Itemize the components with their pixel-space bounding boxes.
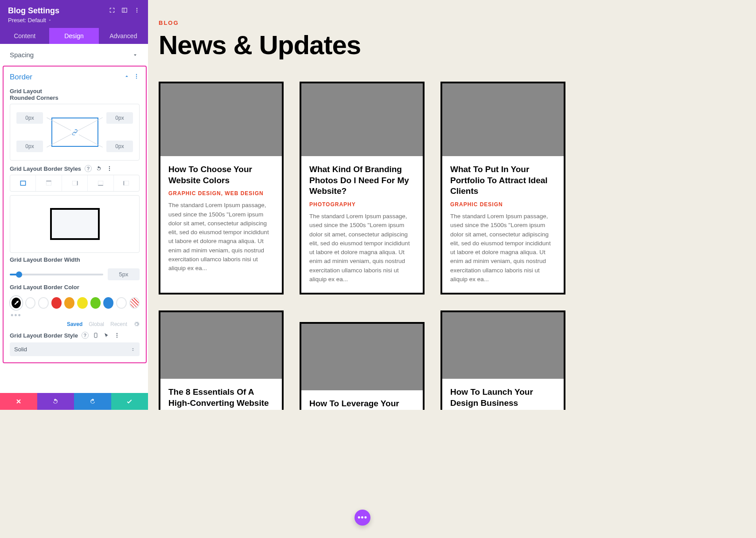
svg-point-10 xyxy=(109,170,110,171)
svg-point-3 xyxy=(136,9,137,10)
hover-icon[interactable] xyxy=(103,332,110,339)
card-image xyxy=(301,83,423,156)
card-category: PHOTOGRAPHY xyxy=(309,201,415,208)
section-border: Border Grid Layout Rounded Corners Grid … xyxy=(3,66,147,363)
preset-label: Preset: Default xyxy=(8,17,46,24)
edge-right[interactable] xyxy=(62,175,88,191)
card-category: GRAPHIC DESIGN xyxy=(450,201,556,208)
swatch-none[interactable] xyxy=(129,297,140,309)
corner-br-input[interactable] xyxy=(106,141,133,152)
blog-card[interactable]: The 8 Essentials Of A High-Converting We… xyxy=(159,310,284,410)
edge-top[interactable] xyxy=(36,175,62,191)
tab-advanced[interactable]: Advanced xyxy=(99,28,148,44)
help-icon[interactable]: ? xyxy=(82,332,89,339)
more-icon[interactable] xyxy=(134,7,140,15)
svg-point-4 xyxy=(136,11,137,12)
swatch[interactable] xyxy=(64,297,74,309)
blog-card[interactable]: How To Launch Your Design Business xyxy=(440,310,565,410)
palette-tabs: Saved Global Recent xyxy=(10,321,140,327)
preset-dropdown[interactable]: Preset: Default xyxy=(8,17,140,24)
settings-sidebar: Blog Settings Preset: Default Content De… xyxy=(0,0,148,410)
more-icon[interactable] xyxy=(133,73,140,81)
undo-button[interactable] xyxy=(37,393,74,410)
edge-bottom[interactable] xyxy=(88,175,113,191)
svg-rect-0 xyxy=(122,8,127,12)
chevron-down-icon xyxy=(132,52,138,58)
save-button[interactable] xyxy=(111,393,148,410)
corner-tl-input[interactable] xyxy=(16,112,43,124)
palette-saved[interactable]: Saved xyxy=(67,321,82,327)
page-eyebrow: BLOG xyxy=(159,20,565,26)
more-icon[interactable] xyxy=(106,165,113,172)
page-preview: BLOG News & Updates How To Choose Your W… xyxy=(148,0,576,410)
border-style-value: Solid xyxy=(14,346,27,353)
blog-card[interactable]: How To Choose Your Website Colors GRAPHI… xyxy=(159,82,284,295)
sidebar-tabs: Content Design Advanced xyxy=(0,28,148,44)
redo-button[interactable] xyxy=(74,393,111,410)
tab-content[interactable]: Content xyxy=(0,28,49,44)
card-image xyxy=(160,83,282,156)
svg-rect-12 xyxy=(47,181,51,185)
chevron-up-icon[interactable] xyxy=(124,73,130,81)
border-color-label: Grid Layout Border Color xyxy=(4,280,146,293)
border-width-label: Grid Layout Border Width xyxy=(4,253,146,266)
rounded-corners-control xyxy=(10,104,140,161)
more-swatches[interactable]: ••• xyxy=(11,311,146,320)
blog-card[interactable]: What Kind Of Branding Photos Do I Need F… xyxy=(300,82,425,295)
section-spacing[interactable]: Spacing xyxy=(0,44,148,66)
blog-card[interactable]: What To Put In Your Portfolio To Attract… xyxy=(440,82,565,295)
tab-design[interactable]: Design xyxy=(49,28,98,44)
more-icon[interactable] xyxy=(113,332,121,339)
link-corners-toggle[interactable] xyxy=(51,118,98,147)
eyedropper-icon xyxy=(13,300,19,306)
sidebar-footer xyxy=(0,393,148,410)
swatch[interactable] xyxy=(90,297,101,309)
card-excerpt: The standard Lorem Ipsum passage, used s… xyxy=(309,212,415,284)
corner-tr-input[interactable] xyxy=(106,112,133,124)
swatch[interactable] xyxy=(38,297,48,309)
expand-icon[interactable] xyxy=(109,7,115,15)
swatch[interactable] xyxy=(116,297,126,309)
border-title[interactable]: Border xyxy=(10,73,32,82)
chevron-down-icon xyxy=(48,18,52,22)
cancel-button[interactable] xyxy=(0,393,37,410)
gear-icon[interactable] xyxy=(133,321,140,327)
card-image xyxy=(442,312,564,379)
border-styles-label: Grid Layout Border Styles xyxy=(10,165,81,172)
card-image xyxy=(301,324,423,390)
card-title: What To Put In Your Portfolio To Attract… xyxy=(450,164,556,197)
corner-bl-input[interactable] xyxy=(16,141,43,152)
border-style-select[interactable]: Solid xyxy=(10,342,140,356)
edge-all[interactable] xyxy=(10,175,36,191)
reset-icon[interactable] xyxy=(95,165,102,172)
card-title: How To Leverage Your xyxy=(309,398,415,409)
svg-point-23 xyxy=(117,337,117,338)
svg-point-21 xyxy=(117,333,117,334)
svg-rect-16 xyxy=(98,181,103,185)
swatch[interactable] xyxy=(25,297,35,309)
card-image xyxy=(160,312,282,379)
border-preview xyxy=(10,195,140,253)
border-style-label: Grid Layout Border Style xyxy=(10,332,78,339)
palette-global[interactable]: Global xyxy=(89,321,104,327)
palette-recent[interactable]: Recent xyxy=(110,321,127,327)
page-headline: News & Updates xyxy=(159,30,565,60)
swatch[interactable] xyxy=(51,297,62,309)
phone-icon[interactable] xyxy=(92,332,99,339)
rounded-corners-label: Grid Layout Rounded Corners xyxy=(4,84,66,104)
svg-rect-20 xyxy=(94,333,97,338)
svg-point-22 xyxy=(117,335,117,336)
edge-left[interactable] xyxy=(114,175,139,191)
help-icon[interactable]: ? xyxy=(85,165,92,172)
sidebar-body: Spacing Border Grid Layout Rounded Corne… xyxy=(0,44,148,393)
card-title: What Kind Of Branding Photos Do I Need F… xyxy=(309,164,415,197)
swatch[interactable] xyxy=(103,297,113,309)
border-style-row: Grid Layout Border Style ? xyxy=(4,327,146,340)
panel-icon[interactable] xyxy=(121,7,128,15)
blog-card[interactable]: How To Leverage Your xyxy=(300,322,425,410)
color-picker-button[interactable] xyxy=(10,296,23,310)
swatch[interactable] xyxy=(77,297,87,309)
border-width-value[interactable]: 5px xyxy=(108,268,140,280)
color-swatches xyxy=(10,296,140,310)
border-width-slider[interactable] xyxy=(10,274,103,275)
